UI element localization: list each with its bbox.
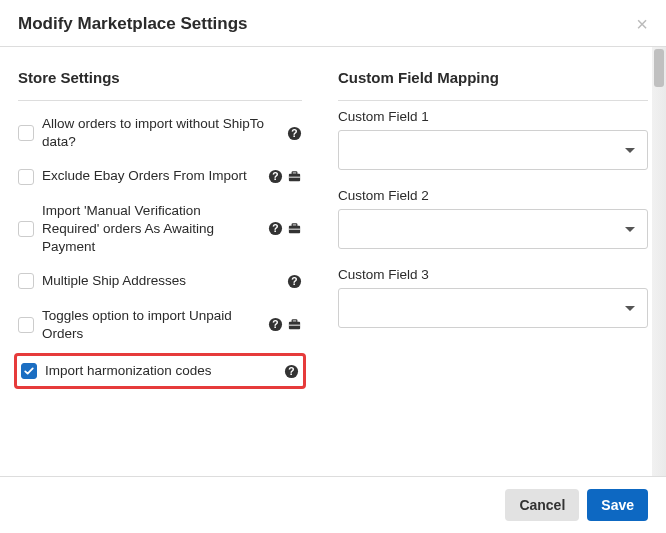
store-settings-heading: Store Settings: [18, 61, 302, 101]
setting-checkbox[interactable]: [18, 169, 34, 185]
cancel-button[interactable]: Cancel: [505, 489, 579, 521]
setting-row: Multiple Ship Addresses?: [18, 264, 302, 298]
custom-fields-list: Custom Field 1Custom Field 2Custom Field…: [338, 109, 648, 328]
close-icon[interactable]: ×: [636, 14, 648, 34]
setting-row: Exclude Ebay Orders From Import?: [18, 159, 302, 193]
help-icon[interactable]: ?: [287, 126, 302, 141]
setting-label: Allow orders to import without ShipTo da…: [42, 115, 274, 151]
highlight-box: Import harmonization codes?: [14, 353, 306, 389]
setting-row-icons: ?: [282, 126, 302, 141]
setting-row: Toggles option to import Unpaid Orders?: [18, 299, 302, 351]
setting-checkbox[interactable]: [18, 125, 34, 141]
svg-rect-17: [292, 320, 297, 322]
setting-checkbox[interactable]: [18, 273, 34, 289]
custom-field-mapping-column: Custom Field Mapping Custom Field 1Custo…: [320, 51, 666, 476]
custom-field-mapping-heading: Custom Field Mapping: [338, 61, 648, 101]
modal-footer: Cancel Save: [0, 476, 666, 533]
store-settings-column: Store Settings Allow orders to import wi…: [0, 51, 320, 476]
modal: Modify Marketplace Settings × Store Sett…: [0, 0, 666, 533]
custom-field-label: Custom Field 3: [338, 267, 648, 282]
custom-field-group: Custom Field 1: [338, 109, 648, 170]
help-icon[interactable]: ?: [268, 169, 283, 184]
setting-label: Toggles option to import Unpaid Orders: [42, 307, 260, 343]
briefcase-icon[interactable]: [287, 221, 302, 236]
custom-field-dropdown[interactable]: [338, 209, 648, 249]
svg-text:?: ?: [291, 128, 297, 139]
modal-title: Modify Marketplace Settings: [18, 14, 248, 34]
setting-checkbox[interactable]: [18, 221, 34, 237]
custom-field-label: Custom Field 2: [338, 188, 648, 203]
svg-text:?: ?: [272, 320, 278, 331]
setting-row-icons: ?: [268, 221, 302, 236]
setting-row: Import harmonization codes?: [21, 358, 299, 384]
store-settings-list: Allow orders to import without ShipTo da…: [18, 107, 302, 389]
setting-row-icons: ?: [282, 274, 302, 289]
svg-rect-5: [292, 172, 297, 174]
setting-label: Import harmonization codes: [45, 362, 271, 380]
setting-label: Multiple Ship Addresses: [42, 272, 274, 290]
help-icon[interactable]: ?: [268, 221, 283, 236]
svg-rect-6: [289, 177, 300, 178]
briefcase-icon[interactable]: [287, 317, 302, 332]
setting-label: Exclude Ebay Orders From Import: [42, 167, 260, 185]
save-button[interactable]: Save: [587, 489, 648, 521]
help-icon[interactable]: ?: [287, 274, 302, 289]
setting-checkbox[interactable]: [18, 317, 34, 333]
help-icon[interactable]: ?: [284, 364, 299, 379]
svg-text:?: ?: [288, 366, 294, 377]
svg-text:?: ?: [291, 276, 297, 287]
custom-field-dropdown[interactable]: [338, 130, 648, 170]
setting-row: Import 'Manual Verification Required' or…: [18, 194, 302, 265]
modal-body: Store Settings Allow orders to import wi…: [0, 47, 666, 476]
svg-rect-18: [289, 325, 300, 326]
custom-field-group: Custom Field 3: [338, 267, 648, 328]
help-icon[interactable]: ?: [268, 317, 283, 332]
setting-label: Import 'Manual Verification Required' or…: [42, 202, 260, 257]
setting-checkbox[interactable]: [21, 363, 37, 379]
custom-field-label: Custom Field 1: [338, 109, 648, 124]
briefcase-icon[interactable]: [287, 169, 302, 184]
chevron-down-icon: [625, 148, 635, 153]
chevron-down-icon: [625, 306, 635, 311]
setting-row: Allow orders to import without ShipTo da…: [18, 107, 302, 159]
scroll-thumb[interactable]: [654, 49, 664, 87]
setting-row-icons: ?: [279, 364, 299, 379]
setting-row-icons: ?: [268, 169, 302, 184]
custom-field-group: Custom Field 2: [338, 188, 648, 249]
chevron-down-icon: [625, 227, 635, 232]
modal-header: Modify Marketplace Settings ×: [0, 0, 666, 47]
vertical-scrollbar[interactable]: [652, 47, 666, 476]
setting-row-icons: ?: [268, 317, 302, 332]
svg-rect-11: [289, 229, 300, 230]
svg-text:?: ?: [272, 224, 278, 235]
custom-field-dropdown[interactable]: [338, 288, 648, 328]
svg-text:?: ?: [272, 171, 278, 182]
svg-rect-10: [292, 224, 297, 226]
